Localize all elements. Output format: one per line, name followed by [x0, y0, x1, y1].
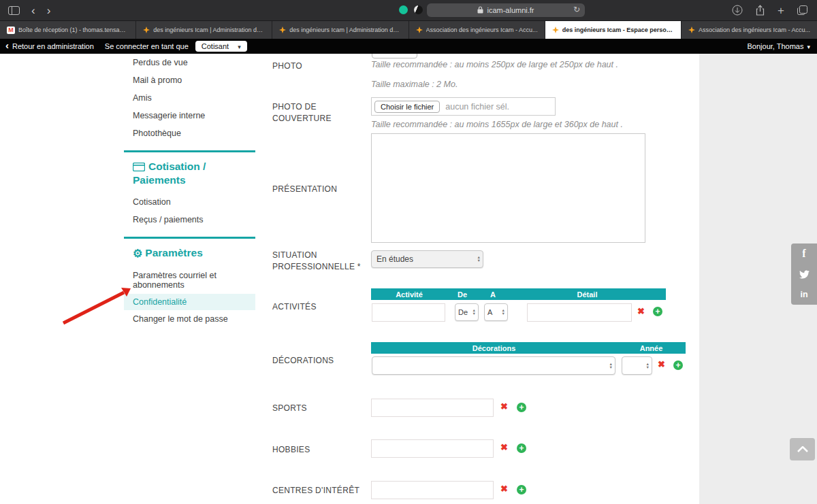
col-annee: Année	[617, 344, 686, 352]
linkedin-icon[interactable]: in	[791, 284, 817, 305]
photo-size-hint: Taille recommandée : au moins 250px de l…	[371, 60, 618, 69]
sidebar-item-perdus-de-vue[interactable]: Perdus de vue	[124, 54, 255, 71]
section-heading-parametres: ⚙Paramètres	[124, 247, 255, 260]
presentation-textarea[interactable]	[371, 133, 645, 243]
hobbies-label: HOBBIES	[272, 444, 366, 456]
forward-icon[interactable]: ›	[47, 5, 51, 16]
remove-interest-icon[interactable]: ✖	[500, 484, 508, 493]
add-hobby-icon[interactable]: +	[517, 443, 526, 453]
sidebar-item-messagerie-interne[interactable]: Messagerie interne	[124, 107, 255, 124]
sidebar-item-cotisation[interactable]: Cotisation	[124, 193, 255, 211]
tab-overview-icon[interactable]	[797, 5, 807, 15]
tab-gmail-inbox[interactable]: M Boîte de réception (1) - thomas.tensa@…	[0, 21, 136, 39]
col-de: De	[447, 290, 477, 299]
tab-title: des ingénieurs Icam | Administration du.…	[153, 27, 265, 33]
activity-from-select[interactable]: De	[455, 303, 479, 321]
downloads-icon[interactable]	[732, 5, 743, 16]
twitter-icon[interactable]	[791, 264, 817, 284]
cover-label: PHOTO DE COUVERTURE	[272, 101, 354, 124]
share-icon[interactable]	[756, 5, 765, 16]
icam-favicon-icon	[416, 27, 423, 33]
add-activity-icon[interactable]: +	[653, 307, 662, 316]
page-content: Perdus de vue Mail à promo Amis Messager…	[0, 54, 699, 504]
sidebar-item-confidentialite[interactable]: Confidentialité	[124, 294, 255, 310]
lock-icon	[477, 6, 483, 15]
decoration-year-select[interactable]	[622, 356, 652, 375]
sidebar-item-parametres-courriel[interactable]: Paramètres courriel et abonnements	[124, 267, 255, 294]
address-bar[interactable]: icam-alumni.fr ↻	[427, 3, 585, 17]
situation-select[interactable]: En études	[371, 250, 483, 268]
admin-bar: Retour en administration Se connecter en…	[0, 39, 817, 54]
role-select[interactable]: Cotisant	[195, 41, 247, 52]
sidebar-item-phototheque[interactable]: Photothèque	[124, 124, 255, 142]
remove-sport-icon[interactable]: ✖	[500, 402, 508, 411]
back-to-admin-link[interactable]: Retour en administration	[5, 42, 94, 50]
social-share-bar: f in	[791, 243, 817, 305]
gmail-icon: M	[7, 27, 15, 34]
decorations-label: DÉCORATIONS	[272, 355, 366, 367]
select-stepper-icon	[646, 363, 650, 369]
interests-input[interactable]	[371, 481, 494, 499]
chevron-up-icon	[797, 446, 808, 452]
back-icon[interactable]: ‹	[31, 5, 35, 16]
url-text: icam-alumni.fr	[487, 6, 534, 14]
activity-name-input[interactable]	[372, 303, 445, 322]
tab-icam-accueil-1[interactable]: Association des ingénieurs Icam - Accu..…	[409, 21, 545, 39]
add-decoration-icon[interactable]: +	[673, 360, 683, 370]
decorations-table-header: Décorations Année	[371, 342, 686, 354]
activity-from-value: De	[455, 308, 472, 316]
extension-shield-icon[interactable]	[414, 5, 423, 14]
scroll-to-top-button[interactable]	[790, 438, 815, 460]
col-activite: Activité	[371, 290, 447, 299]
tab-icam-admin-2[interactable]: des ingénieurs Icam | Administration du.…	[272, 21, 408, 39]
select-stepper-icon	[472, 309, 476, 316]
remove-activity-icon[interactable]: ✖	[637, 307, 645, 316]
activities-label: ACTIVITÉS	[272, 301, 366, 313]
interests-label: CENTRES D'INTÉRÊT	[272, 485, 366, 497]
refresh-icon[interactable]: ↻	[573, 5, 580, 14]
remove-decoration-icon[interactable]: ✖	[658, 360, 665, 369]
col-a: A	[477, 290, 509, 299]
greeting-label: Bonjour, Thomas	[748, 42, 804, 50]
icam-favicon-icon	[279, 27, 286, 33]
tab-title: Association des ingénieurs Icam - Accu..…	[699, 27, 810, 33]
add-sport-icon[interactable]: +	[517, 403, 526, 412]
sidebar-menu: Perdus de vue Mail à promo Amis Messager…	[124, 54, 255, 328]
activity-to-select[interactable]: A	[484, 303, 508, 321]
tab-icam-espace-personnel-active[interactable]: des ingénieurs Icam - Espace personnel	[545, 21, 682, 39]
tab-title: des ingénieurs Icam - Espace personnel	[562, 27, 674, 33]
decoration-select[interactable]	[372, 356, 615, 375]
situation-select-value: En études	[372, 254, 477, 264]
photo-label: PHOTO	[272, 61, 366, 72]
sidebar-item-changer-mot-de-passe[interactable]: Changer le mot de passe	[124, 310, 255, 328]
activity-detail-input[interactable]	[527, 303, 632, 322]
chevron-down-icon	[238, 42, 241, 50]
photo-choose-file-button-partial[interactable]	[372, 54, 417, 58]
select-stepper-icon	[609, 363, 613, 369]
tab-bar: M Boîte de réception (1) - thomas.tensa@…	[0, 20, 817, 39]
cover-file-input[interactable]: Choisir le fichier aucun fichier sél.	[371, 97, 556, 116]
back-to-admin-label: Retour en administration	[12, 42, 94, 50]
sidebar-item-recus-paiements[interactable]: Reçus / paiements	[124, 211, 255, 229]
sidebar-item-amis[interactable]: Amis	[124, 89, 255, 107]
sidebar-toggle-icon[interactable]	[8, 6, 20, 15]
chevron-down-icon	[807, 42, 810, 50]
hobbies-input[interactable]	[371, 439, 494, 458]
user-greeting-menu[interactable]: Bonjour, Thomas	[748, 42, 811, 50]
sports-label: SPORTS	[272, 403, 366, 414]
tab-icam-accueil-2[interactable]: Association des ingénieurs Icam - Accu..…	[682, 21, 817, 39]
col-decorations: Décorations	[371, 344, 617, 352]
grammarly-icon[interactable]	[399, 5, 408, 14]
safari-window: ‹ › icam-alumni.fr ↻ +	[0, 0, 817, 504]
activity-to-value: A	[485, 308, 502, 316]
facebook-icon[interactable]: f	[791, 243, 817, 264]
remove-hobby-icon[interactable]: ✖	[500, 443, 508, 452]
choose-file-button[interactable]: Choisir le fichier	[374, 101, 440, 113]
select-stepper-icon	[502, 309, 505, 316]
sidebar-item-mail-a-promo[interactable]: Mail à promo	[124, 71, 255, 89]
new-tab-icon[interactable]: +	[778, 5, 784, 16]
add-interest-icon[interactable]: +	[517, 485, 526, 494]
browser-toolbar: ‹ › icam-alumni.fr ↻ +	[0, 0, 817, 20]
sports-input[interactable]	[371, 399, 494, 417]
tab-icam-admin-1[interactable]: des ingénieurs Icam | Administration du.…	[136, 21, 272, 39]
